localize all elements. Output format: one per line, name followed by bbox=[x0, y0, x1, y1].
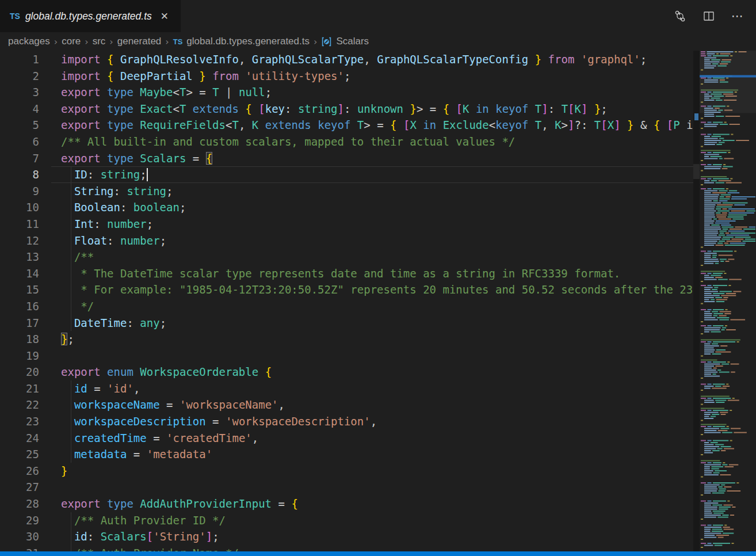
line-number[interactable]: 10 bbox=[0, 199, 39, 216]
code-line[interactable]: ID: string; bbox=[51, 166, 693, 183]
chevron-right-icon: › bbox=[85, 36, 88, 47]
breadcrumb-symbol-label: Scalars bbox=[336, 36, 369, 47]
editor-actions: ⋯ bbox=[673, 0, 756, 32]
line-number[interactable]: 11 bbox=[0, 216, 39, 233]
chevron-right-icon: › bbox=[109, 36, 113, 47]
overview-current-line-marker bbox=[693, 164, 700, 179]
line-number[interactable]: 7 bbox=[0, 150, 39, 167]
open-changes-icon[interactable] bbox=[673, 9, 687, 23]
chevron-right-icon: › bbox=[314, 36, 317, 47]
indent-guide bbox=[71, 166, 71, 331]
breadcrumb-item-core[interactable]: core bbox=[62, 36, 81, 47]
code-line[interactable]: /** Auth Provider ID */ bbox=[51, 512, 693, 529]
code-line[interactable]: * For example: "1985-04-12T23:20:50.52Z"… bbox=[51, 281, 693, 298]
line-number[interactable]: 14 bbox=[0, 265, 39, 282]
code-line[interactable]: DateTime: any; bbox=[51, 315, 693, 332]
breadcrumb-item-symbol[interactable]: Scalars bbox=[321, 36, 369, 47]
line-number[interactable]: 27 bbox=[0, 479, 39, 496]
code-line[interactable]: String: string; bbox=[51, 183, 693, 200]
line-number[interactable]: 18 bbox=[0, 331, 39, 348]
line-number-gutter[interactable]: 1234567891011121314151617181920212223242… bbox=[0, 51, 39, 556]
line-number[interactable]: 2 bbox=[0, 68, 39, 85]
breadcrumb: packages › core › src › generated › TS g… bbox=[0, 32, 756, 51]
typescript-file-icon: TS bbox=[173, 37, 183, 46]
code-line[interactable]: export type Exact<T extends { [key: stri… bbox=[51, 101, 693, 117]
code-line[interactable] bbox=[51, 479, 693, 496]
code-line[interactable]: */ bbox=[51, 298, 693, 315]
code-line[interactable]: Int: number; bbox=[51, 216, 693, 233]
code-line[interactable] bbox=[51, 348, 693, 364]
indent-guide bbox=[71, 380, 71, 463]
line-number[interactable]: 12 bbox=[0, 233, 39, 249]
line-number[interactable]: 9 bbox=[0, 183, 39, 200]
code-line[interactable]: }; bbox=[51, 331, 693, 348]
line-number[interactable]: 28 bbox=[0, 496, 39, 512]
code-line[interactable]: Boolean: boolean; bbox=[51, 199, 693, 216]
line-number[interactable]: 25 bbox=[0, 446, 39, 463]
code-line[interactable]: id: Scalars['String']; bbox=[51, 528, 693, 545]
code-line[interactable]: /** Auth Provider Name */ bbox=[51, 545, 693, 551]
code-line[interactable]: export type Maybe<T> = T | null; bbox=[51, 84, 693, 101]
line-number[interactable]: 24 bbox=[0, 430, 39, 447]
split-editor-icon[interactable] bbox=[702, 9, 716, 23]
line-number[interactable]: 22 bbox=[0, 397, 39, 413]
line-number[interactable]: 21 bbox=[0, 380, 39, 397]
chevron-right-icon: › bbox=[54, 36, 58, 47]
breadcrumb-item-packages[interactable]: packages bbox=[8, 36, 50, 47]
tab-global-db-types[interactable]: TS global.db.types.generated.ts ✕ bbox=[0, 0, 181, 32]
indent-guide bbox=[71, 512, 71, 556]
chevron-right-icon: › bbox=[165, 36, 169, 47]
symbol-type-icon bbox=[321, 36, 332, 47]
code-line[interactable]: Float: number; bbox=[51, 233, 693, 249]
code-line[interactable]: import { GraphQLResolveInfo, GraphQLScal… bbox=[51, 51, 693, 68]
more-actions-icon[interactable]: ⋯ bbox=[731, 9, 744, 23]
line-number[interactable]: 5 bbox=[0, 117, 39, 134]
tab-bar: TS global.db.types.generated.ts ✕ bbox=[0, 0, 756, 32]
breadcrumb-item-file[interactable]: TS global.db.types.generated.ts bbox=[173, 36, 310, 47]
tab-title: global.db.types.generated.ts bbox=[25, 10, 152, 22]
line-number[interactable]: 3 bbox=[0, 84, 39, 101]
breadcrumb-item-generated[interactable]: generated bbox=[117, 36, 162, 47]
code-line[interactable]: export type Scalars = { bbox=[51, 150, 693, 167]
code-line[interactable]: import { DeepPartial } from 'utility-typ… bbox=[51, 68, 693, 85]
breadcrumb-file-label: global.db.types.generated.ts bbox=[186, 36, 310, 47]
line-number[interactable]: 13 bbox=[0, 249, 39, 265]
breadcrumb-item-src[interactable]: src bbox=[93, 36, 106, 47]
minimap[interactable] bbox=[700, 51, 756, 551]
line-number[interactable]: 20 bbox=[0, 364, 39, 380]
overview-ruler-scrollbar[interactable] bbox=[693, 51, 700, 551]
line-number[interactable]: 16 bbox=[0, 298, 39, 315]
line-number[interactable]: 17 bbox=[0, 315, 39, 332]
overview-cursor-marker bbox=[694, 113, 698, 120]
code-line[interactable]: export type RequireFields<T, K extends k… bbox=[51, 117, 693, 134]
status-bar[interactable] bbox=[0, 551, 756, 556]
text-cursor bbox=[147, 168, 148, 181]
code-line[interactable]: /** All built-in and custom scalars, map… bbox=[51, 134, 693, 150]
code-line[interactable]: * The DateTime scalar type represents da… bbox=[51, 265, 693, 282]
code-line[interactable]: createdTime = 'createdTime', bbox=[51, 430, 693, 447]
code-lines[interactable]: import { GraphQLResolveInfo, GraphQLScal… bbox=[51, 51, 693, 551]
code-line[interactable]: /** bbox=[51, 249, 693, 265]
code-line[interactable]: export enum WorkspaceOrderable { bbox=[51, 364, 693, 380]
line-number[interactable]: 19 bbox=[0, 348, 39, 364]
code-line[interactable]: id = 'id', bbox=[51, 380, 693, 397]
line-number[interactable]: 23 bbox=[0, 413, 39, 430]
line-number[interactable]: 30 bbox=[0, 528, 39, 545]
code-line[interactable]: } bbox=[51, 463, 693, 479]
code-line[interactable]: workspaceName = 'workspaceName', bbox=[51, 397, 693, 413]
line-number[interactable]: 6 bbox=[0, 134, 39, 150]
code-line[interactable]: metadata = 'metadata' bbox=[51, 446, 693, 463]
code-line[interactable]: export type AddAuthProviderInput = { bbox=[51, 496, 693, 512]
code-editor[interactable]: 1234567891011121314151617181920212223242… bbox=[0, 51, 756, 551]
line-number[interactable]: 1 bbox=[0, 51, 39, 68]
line-number[interactable]: 4 bbox=[0, 101, 39, 117]
vscode-window: TS global.db.types.generated.ts ✕ bbox=[0, 0, 756, 556]
line-number[interactable]: 8 bbox=[0, 166, 39, 183]
line-number[interactable]: 29 bbox=[0, 512, 39, 529]
line-number[interactable]: 15 bbox=[0, 281, 39, 298]
line-number[interactable]: 26 bbox=[0, 463, 39, 479]
typescript-file-icon: TS bbox=[10, 12, 20, 21]
code-line[interactable]: workspaceDescription = 'workspaceDescrip… bbox=[51, 413, 693, 430]
close-icon[interactable]: ✕ bbox=[161, 12, 169, 21]
